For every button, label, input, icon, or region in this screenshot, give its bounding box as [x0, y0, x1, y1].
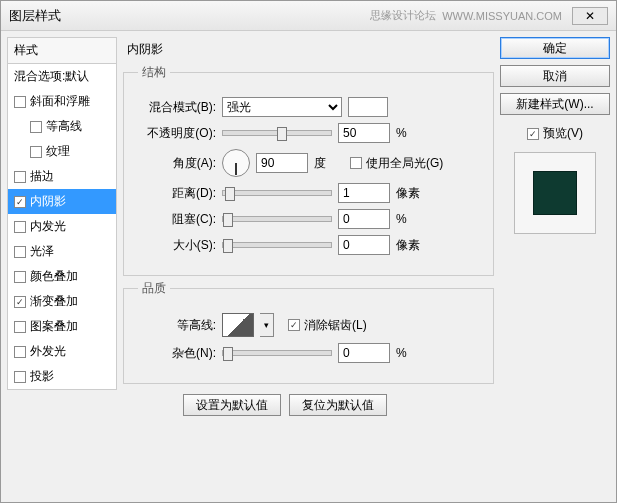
angle-dial[interactable] — [222, 149, 250, 177]
angle-row: 角度(A): 度 使用全局光(G) — [138, 149, 479, 177]
blend-mode-select[interactable]: 强光 — [222, 97, 342, 117]
color-swatch[interactable] — [348, 97, 388, 117]
choke-label: 阻塞(C): — [138, 211, 216, 228]
style-item-0[interactable]: 斜面和浮雕 — [8, 89, 116, 114]
opacity-input[interactable] — [338, 123, 390, 143]
style-item-4[interactable]: 内阴影 — [8, 189, 116, 214]
style-item-label: 斜面和浮雕 — [30, 93, 90, 110]
style-item-label: 等高线 — [46, 118, 82, 135]
reset-default-button[interactable]: 复位为默认值 — [289, 394, 387, 416]
distance-unit: 像素 — [396, 185, 426, 202]
contour-label: 等高线: — [138, 317, 216, 334]
size-input[interactable] — [338, 235, 390, 255]
defaults-row: 设置为默认值 复位为默认值 — [183, 394, 494, 416]
style-checkbox[interactable] — [14, 196, 26, 208]
distance-input[interactable] — [338, 183, 390, 203]
noise-label: 杂色(N): — [138, 345, 216, 362]
noise-slider[interactable] — [222, 350, 332, 356]
style-item-11[interactable]: 投影 — [8, 364, 116, 389]
preview-checkbox[interactable]: 预览(V) — [527, 125, 583, 142]
layer-style-dialog: 图层样式 思缘设计论坛 WWW.MISSYUAN.COM ✕ 样式 混合选项:默… — [0, 0, 617, 503]
styles-header[interactable]: 样式 — [7, 37, 117, 63]
style-checkbox[interactable] — [14, 271, 26, 283]
distance-label: 距离(D): — [138, 185, 216, 202]
style-item-label: 颜色叠加 — [30, 268, 78, 285]
preview-box — [514, 152, 596, 234]
style-checkbox[interactable] — [14, 321, 26, 333]
preview-thumbnail — [533, 171, 577, 215]
structure-group: 结构 混合模式(B): 强光 不透明度(O): % 角度(A): — [123, 64, 494, 276]
style-item-label: 光泽 — [30, 243, 54, 260]
style-checkbox[interactable] — [30, 146, 42, 158]
antialias-checkbox[interactable]: 消除锯齿(L) — [288, 317, 367, 334]
ok-button[interactable]: 确定 — [500, 37, 610, 59]
style-item-7[interactable]: 颜色叠加 — [8, 264, 116, 289]
titlebar: 图层样式 思缘设计论坛 WWW.MISSYUAN.COM ✕ — [1, 1, 616, 31]
style-item-5[interactable]: 内发光 — [8, 214, 116, 239]
size-unit: 像素 — [396, 237, 426, 254]
main-panel: 内阴影 结构 混合模式(B): 强光 不透明度(O): % — [123, 37, 494, 496]
styles-panel: 样式 混合选项:默认 斜面和浮雕等高线纹理描边内阴影内发光光泽颜色叠加渐变叠加图… — [7, 37, 117, 496]
style-checkbox[interactable] — [30, 121, 42, 133]
blend-mode-label: 混合模式(B): — [138, 99, 216, 116]
style-item-label: 图案叠加 — [30, 318, 78, 335]
style-item-2[interactable]: 纹理 — [8, 139, 116, 164]
style-checkbox[interactable] — [14, 96, 26, 108]
close-button[interactable]: ✕ — [572, 7, 608, 25]
global-light-checkbox[interactable]: 使用全局光(G) — [350, 155, 443, 172]
distance-row: 距离(D): 像素 — [138, 183, 479, 203]
contour-dropdown[interactable]: ▾ — [260, 313, 274, 337]
choke-slider[interactable] — [222, 216, 332, 222]
noise-row: 杂色(N): % — [138, 343, 479, 363]
style-checkbox[interactable] — [14, 171, 26, 183]
opacity-slider[interactable] — [222, 130, 332, 136]
style-checkbox[interactable] — [14, 371, 26, 383]
style-item-1[interactable]: 等高线 — [8, 114, 116, 139]
styles-list: 混合选项:默认 斜面和浮雕等高线纹理描边内阴影内发光光泽颜色叠加渐变叠加图案叠加… — [7, 63, 117, 390]
opacity-row: 不透明度(O): % — [138, 123, 479, 143]
style-checkbox[interactable] — [14, 221, 26, 233]
contour-row: 等高线: ▾ 消除锯齿(L) — [138, 313, 479, 337]
effect-title: 内阴影 — [123, 37, 494, 60]
noise-input[interactable] — [338, 343, 390, 363]
style-item-8[interactable]: 渐变叠加 — [8, 289, 116, 314]
right-panel: 确定 取消 新建样式(W)... 预览(V) — [500, 37, 610, 496]
angle-label: 角度(A): — [138, 155, 216, 172]
style-item-label: 内发光 — [30, 218, 66, 235]
watermark-text: 思缘设计论坛 — [370, 8, 436, 23]
style-item-10[interactable]: 外发光 — [8, 339, 116, 364]
distance-slider[interactable] — [222, 190, 332, 196]
global-light-label: 使用全局光(G) — [366, 155, 443, 172]
blend-options-item[interactable]: 混合选项:默认 — [8, 64, 116, 89]
set-default-button[interactable]: 设置为默认值 — [183, 394, 281, 416]
style-checkbox[interactable] — [14, 246, 26, 258]
preview-label: 预览(V) — [543, 125, 583, 142]
style-checkbox[interactable] — [14, 346, 26, 358]
angle-unit: 度 — [314, 155, 344, 172]
style-item-label: 内阴影 — [30, 193, 66, 210]
contour-picker[interactable] — [222, 313, 254, 337]
window-title: 图层样式 — [9, 7, 370, 25]
style-item-label: 外发光 — [30, 343, 66, 360]
choke-unit: % — [396, 212, 426, 226]
size-label: 大小(S): — [138, 237, 216, 254]
new-style-button[interactable]: 新建样式(W)... — [500, 93, 610, 115]
blend-mode-row: 混合模式(B): 强光 — [138, 97, 479, 117]
size-row: 大小(S): 像素 — [138, 235, 479, 255]
noise-unit: % — [396, 346, 426, 360]
style-item-label: 描边 — [30, 168, 54, 185]
choke-input[interactable] — [338, 209, 390, 229]
angle-input[interactable] — [256, 153, 308, 173]
opacity-unit: % — [396, 126, 426, 140]
size-slider[interactable] — [222, 242, 332, 248]
antialias-label: 消除锯齿(L) — [304, 317, 367, 334]
style-checkbox[interactable] — [14, 296, 26, 308]
style-item-3[interactable]: 描边 — [8, 164, 116, 189]
style-item-9[interactable]: 图案叠加 — [8, 314, 116, 339]
choke-row: 阻塞(C): % — [138, 209, 479, 229]
blend-options-label: 混合选项:默认 — [14, 68, 89, 85]
quality-group: 品质 等高线: ▾ 消除锯齿(L) 杂色(N): % — [123, 280, 494, 384]
style-item-label: 渐变叠加 — [30, 293, 78, 310]
style-item-6[interactable]: 光泽 — [8, 239, 116, 264]
cancel-button[interactable]: 取消 — [500, 65, 610, 87]
